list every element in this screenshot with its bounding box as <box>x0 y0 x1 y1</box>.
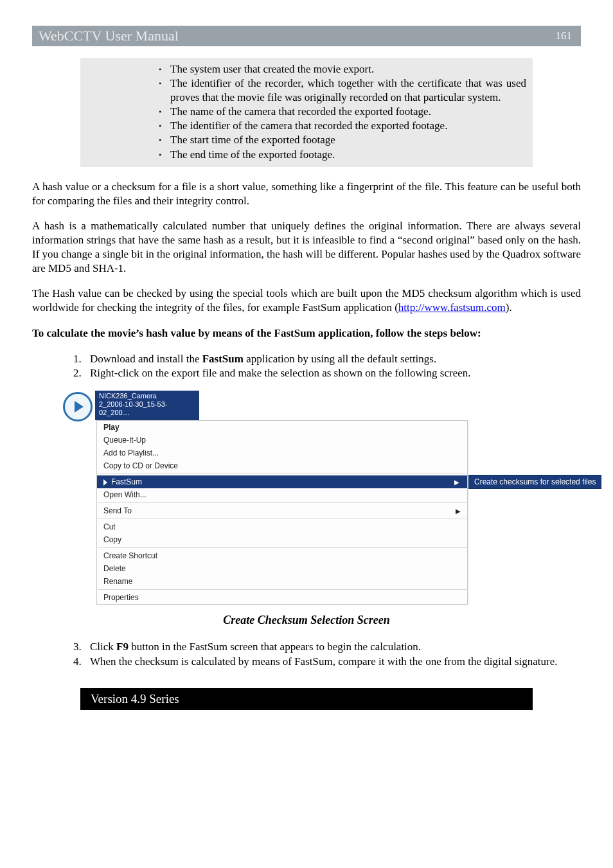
text-span: button in the FastSum screen that appear… <box>129 641 421 653</box>
list-item: 4. When the checksum is calculated by me… <box>73 655 581 669</box>
ctx-separator <box>98 474 466 474</box>
ctx-separator <box>98 518 466 519</box>
file-thumb-row: NICK236_Camera 2_2006-10-30_15-53-02_200… <box>63 392 581 421</box>
para-text: ). <box>506 301 512 314</box>
bullet-marker-icon: ▪ <box>87 62 170 76</box>
ctx-label: Rename <box>103 577 132 586</box>
ctx-label: Queue-It-Up <box>103 436 146 445</box>
list-number: 4. <box>73 655 90 669</box>
paragraph: The Hash value can be checked by using t… <box>32 287 581 315</box>
bullet-marker-icon: ▪ <box>87 148 170 161</box>
list-item: 2. Right-click on the export file and ma… <box>73 366 581 380</box>
ctx-label: Add to Playlist... <box>103 448 159 457</box>
bullet-item: ▪ The start time of the exported footage <box>87 133 526 146</box>
submenu-arrow-icon: ▶ <box>453 479 461 486</box>
play-triangle-icon <box>75 401 84 412</box>
page-number: 161 <box>556 30 575 42</box>
ctx-copy[interactable]: Copy <box>97 533 467 546</box>
list-text: Right-click on the export file and make … <box>90 366 581 380</box>
ctx-separator <box>98 589 466 590</box>
text-span: Download and install the <box>90 353 202 365</box>
ctx-cut[interactable]: Cut <box>97 520 467 533</box>
list-number: 1. <box>73 352 90 366</box>
bullet-section: ▪ The system user that created the movie… <box>80 58 533 167</box>
footer-bar: Version 4.9 Series <box>80 688 533 710</box>
bullet-marker-icon: ▪ <box>87 119 170 132</box>
bullet-item: ▪ The identifier of the camera that reco… <box>87 119 526 132</box>
ctx-add-playlist[interactable]: Add to Playlist... <box>97 447 467 459</box>
bullet-text: The identifier of the recorder, which to… <box>170 76 526 104</box>
ctx-label: Delete <box>103 564 126 573</box>
file-name-line1: NICK236_Camera <box>99 392 195 400</box>
bullet-text: The name of the camera that recorded the… <box>170 105 526 118</box>
ctx-fastsum[interactable]: FastSum ▶ <box>97 475 467 488</box>
bullet-marker-icon: ▪ <box>87 76 170 104</box>
bullet-text: The end time of the exported footage. <box>170 148 526 161</box>
list-item: 3. Click F9 button in the FastSum screen… <box>73 640 581 654</box>
ctx-label: FastSum <box>103 477 142 486</box>
ordered-list: 1. Download and install the FastSum appl… <box>32 352 581 381</box>
ctx-label: Open With... <box>103 490 147 499</box>
ctx-label: Copy <box>103 535 121 544</box>
fastsum-submenu-item[interactable]: Create checksums for selected files <box>468 475 601 489</box>
bullet-marker-icon: ▪ <box>87 105 170 118</box>
ctx-label: Cut <box>103 522 116 531</box>
paragraph-bold: To calculate the movie’s hash value by m… <box>32 326 581 341</box>
list-text: When the checksum is calculated by means… <box>90 655 581 669</box>
header-bar: WebCCTV User Manual 161 <box>32 26 581 46</box>
figure-caption: Create Checksum Selection Screen <box>32 614 581 627</box>
bullet-item: ▪ The end time of the exported footage. <box>87 148 526 161</box>
page-container: WebCCTV User Manual 161 ▪ The system use… <box>0 0 613 729</box>
ctx-copy-cd[interactable]: Copy to CD or Device <box>97 459 467 472</box>
ctx-delete[interactable]: Delete <box>97 562 467 575</box>
bullet-text: The identifier of the camera that record… <box>170 119 526 132</box>
ctx-label: Create Shortcut <box>103 551 157 560</box>
fastsum-link[interactable]: http://www.fastsum.com <box>398 301 506 314</box>
ctx-separator <box>98 547 466 548</box>
bullet-item: ▪ The name of the camera that recorded t… <box>87 105 526 118</box>
fastsum-icon <box>103 479 107 486</box>
ctx-label: Play <box>103 423 120 432</box>
ctx-label: Properties <box>103 593 139 602</box>
context-menu: Play Queue-It-Up Add to Playlist... Copy… <box>96 420 468 605</box>
bullet-text: The system user that created the movie e… <box>170 62 526 76</box>
list-text: Click F9 button in the FastSum screen th… <box>90 640 581 654</box>
ctx-queue[interactable]: Queue-It-Up <box>97 434 467 447</box>
ctx-separator <box>98 502 466 503</box>
file-label[interactable]: NICK236_Camera 2_2006-10-30_15-53-02_200… <box>95 391 199 420</box>
text-span: Click <box>90 641 116 653</box>
list-number: 3. <box>73 640 90 654</box>
list-item: 1. Download and install the FastSum appl… <box>73 352 581 366</box>
file-name-line2: 2_2006-10-30_15-53-02_200… <box>99 400 195 417</box>
play-icon <box>63 392 93 421</box>
ctx-open-with[interactable]: Open With... <box>97 488 467 501</box>
bullet-text: The start time of the exported footage <box>170 133 526 146</box>
ctx-rename[interactable]: Rename <box>97 575 467 588</box>
text-bold: F9 <box>116 641 129 653</box>
screenshot-context-menu: NICK236_Camera 2_2006-10-30_15-53-02_200… <box>63 392 581 605</box>
list-text: Download and install the FastSum applica… <box>90 352 581 366</box>
ctx-create-shortcut[interactable]: Create Shortcut <box>97 549 467 562</box>
ctx-play[interactable]: Play <box>97 421 467 434</box>
ctx-label: Copy to CD or Device <box>103 461 178 470</box>
file-thumbnail[interactable] <box>63 392 94 421</box>
bullet-item: ▪ The identifier of the recorder, which … <box>87 76 526 104</box>
list-number: 2. <box>73 366 90 380</box>
paragraph: A hash is a mathematically calculated nu… <box>32 219 581 275</box>
ctx-send-to[interactable]: Send To ▶ <box>97 504 467 517</box>
text-bold: FastSum <box>202 353 244 365</box>
ctx-properties[interactable]: Properties <box>97 591 467 604</box>
submenu-arrow-icon: ▶ <box>456 508 461 515</box>
bullet-marker-icon: ▪ <box>87 133 170 146</box>
text-span: application by using all the default set… <box>244 353 436 365</box>
ctx-label: Send To <box>103 506 132 515</box>
footer-text: Version 4.9 Series <box>91 692 179 705</box>
ordered-list: 3. Click F9 button in the FastSum screen… <box>32 640 581 669</box>
bullet-item: ▪ The system user that created the movie… <box>87 62 526 76</box>
doc-title: WebCCTV User Manual <box>39 28 179 44</box>
paragraph: A hash value or a checksum for a file is… <box>32 180 581 208</box>
ctx-text: FastSum <box>111 477 142 486</box>
